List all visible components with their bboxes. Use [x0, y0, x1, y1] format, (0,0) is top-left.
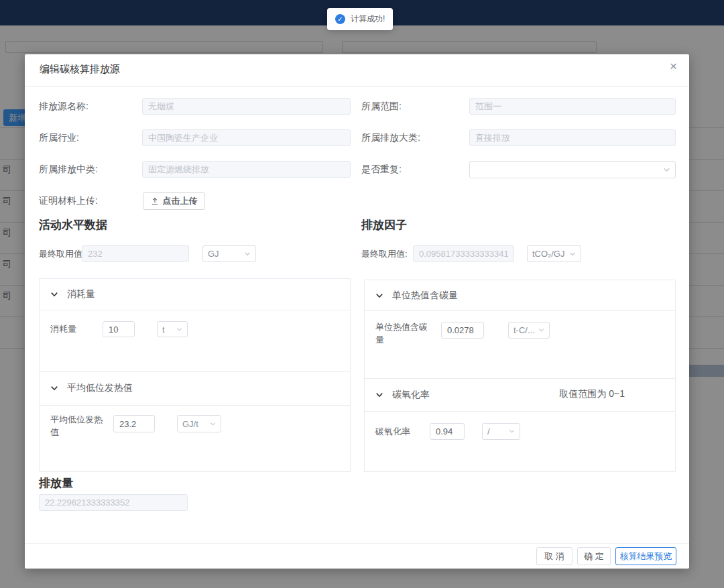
result-preview-button[interactable]: 核算结果预览	[615, 547, 676, 565]
carbon-content-unit: t-C/...	[514, 325, 535, 335]
consumption-unit-select[interactable]: t	[157, 321, 188, 337]
edit-emission-source-dialog: 编辑碳核算排放源 × 排放源名称: 所属范围: 所属行业: 所属排放大类: 所属…	[25, 54, 689, 569]
activity-final-input	[82, 245, 189, 262]
duplicate-label: 是否重复:	[361, 161, 402, 178]
consumption-input[interactable]	[103, 321, 135, 337]
chevron-down-icon	[663, 166, 670, 174]
oxidation-rate-input[interactable]	[430, 423, 465, 440]
consumption-field-label: 消耗量	[50, 321, 76, 337]
chevron-down-icon	[509, 428, 515, 434]
chevron-down-icon	[569, 251, 576, 257]
oxidation-rate-field-label: 碳氧化率	[375, 423, 410, 440]
collapse-chevron-icon	[375, 292, 383, 300]
carbon-content-unit-select[interactable]: t-C/...	[508, 322, 550, 339]
activity-section-heading: 活动水平数据	[39, 217, 107, 233]
dialog-title: 编辑碳核算排放源	[40, 63, 120, 76]
carbon-content-field-label: 单位热值含碳量	[375, 320, 429, 346]
chevron-down-icon	[538, 327, 544, 333]
collapse-chevron-icon	[50, 290, 58, 298]
heating-value-field-label: 平均低位发热值	[50, 413, 104, 438]
emission-heading: 排放量	[39, 475, 73, 491]
factor-panel: 单位热值含碳量 单位热值含碳量 t-C/... 碳氧化率 取值范围为 0~1 碳…	[364, 280, 676, 472]
heating-value-input[interactable]	[113, 415, 155, 432]
factor-final-label: 最终取用值:	[361, 245, 408, 262]
upload-button[interactable]: 点击上传	[143, 192, 205, 210]
heating-value-unit: GJ/t	[182, 419, 198, 429]
carbon-content-input[interactable]	[441, 322, 484, 339]
dialog-header-divider	[25, 86, 689, 86]
upload-button-label: 点击上传	[163, 195, 198, 207]
activity-final-unit: GJ	[208, 249, 219, 259]
industry-input	[142, 129, 351, 146]
panel-divider	[365, 310, 675, 311]
app-page: 新增 司 司 司 司 司 ✓ 计算成功! 编辑碳核算排放源 × 排放源名称: 所…	[0, 0, 724, 588]
factor-final-input	[413, 245, 514, 262]
collapse-chevron-icon	[50, 384, 58, 392]
activity-panel: 消耗量 消耗量 t 平均低位发热值 平均低位发热值 GJ/	[39, 278, 351, 472]
panel-divider	[40, 405, 350, 406]
activity-final-label: 最终取用值:	[39, 245, 85, 262]
chevron-down-icon	[210, 421, 216, 427]
emission-mid-label: 所属排放中类:	[39, 161, 98, 178]
check-circle-icon: ✓	[335, 14, 345, 24]
factor-final-unit: tCO₂/GJ	[532, 249, 564, 259]
upload-label: 证明材料上传:	[39, 192, 98, 209]
oxidation-rate-section-title: 碳氧化率	[392, 389, 430, 401]
heating-value-section-header[interactable]: 平均低位发热值	[40, 371, 350, 405]
factor-section-heading: 排放因子	[361, 217, 407, 233]
oxidation-rate-section-header[interactable]: 碳氧化率	[365, 378, 675, 411]
toast-message: 计算成功!	[351, 13, 385, 25]
upload-icon	[151, 197, 159, 205]
source-name-label: 排放源名称:	[39, 98, 88, 115]
emission-major-input	[469, 129, 676, 146]
chevron-down-icon	[244, 251, 251, 257]
emission-result-input	[39, 494, 188, 511]
industry-label: 所属行业:	[39, 129, 79, 146]
scope-label: 所属范围:	[361, 98, 402, 115]
chevron-down-icon	[176, 327, 182, 333]
oxidation-rate-range-note: 取值范围为 0~1	[559, 388, 625, 400]
panel-divider	[40, 310, 350, 310]
oxidation-rate-unit-select[interactable]: /	[482, 423, 520, 440]
success-toast: ✓ 计算成功!	[327, 8, 393, 30]
confirm-button[interactable]: 确 定	[577, 547, 611, 565]
collapse-chevron-icon	[375, 391, 383, 399]
close-icon[interactable]: ×	[670, 60, 677, 72]
heating-value-section-title: 平均低位发热值	[67, 382, 133, 394]
source-name-input	[142, 98, 351, 115]
carbon-content-section-header[interactable]: 单位热值含碳量	[365, 280, 675, 310]
consumption-unit: t	[162, 325, 165, 335]
carbon-content-section-title: 单位热值含碳量	[392, 290, 458, 302]
activity-final-unit-select[interactable]: GJ	[202, 245, 256, 262]
heating-value-unit-select[interactable]: GJ/t	[177, 415, 221, 432]
scope-input	[469, 98, 676, 115]
oxidation-rate-unit: /	[487, 426, 490, 436]
duplicate-select[interactable]	[469, 161, 676, 178]
emission-major-label: 所属排放大类:	[361, 129, 420, 146]
cancel-button[interactable]: 取 消	[536, 547, 572, 565]
emission-mid-input	[142, 161, 351, 178]
dialog-footer-divider	[25, 543, 689, 544]
factor-final-unit-select[interactable]: tCO₂/GJ	[527, 245, 581, 262]
consumption-section-title: 消耗量	[67, 288, 95, 300]
panel-divider	[365, 411, 675, 412]
consumption-section-header[interactable]: 消耗量	[40, 279, 350, 310]
